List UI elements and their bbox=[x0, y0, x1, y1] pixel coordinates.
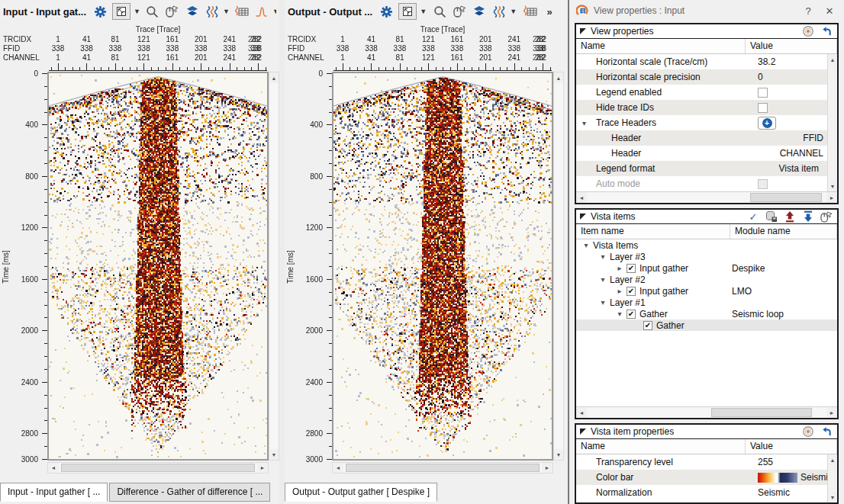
property-value[interactable]: FFID bbox=[755, 133, 837, 143]
tab[interactable]: Input - Input gather [ ... bbox=[0, 483, 108, 502]
check-all-icon[interactable]: ✓ bbox=[746, 210, 760, 223]
undo-icon[interactable] bbox=[820, 25, 833, 37]
wiggle-icon[interactable] bbox=[205, 3, 220, 20]
vista-item-properties-header[interactable]: Vista item properties bbox=[576, 425, 837, 439]
property-value[interactable]: Seismic▼ bbox=[755, 487, 837, 498]
vertical-scrollbar[interactable]: ▲▼ bbox=[827, 54, 837, 191]
property-value[interactable]: Seismic bbox=[755, 472, 837, 483]
target-icon[interactable] bbox=[801, 25, 815, 37]
expanded-arrow-icon[interactable]: ▾ bbox=[582, 241, 590, 249]
undo-icon[interactable] bbox=[820, 425, 833, 438]
property-value[interactable]: 38.2 bbox=[755, 56, 837, 67]
view-properties-hscrollbar[interactable]: ◄ ► bbox=[576, 191, 837, 203]
gear-icon[interactable] bbox=[92, 3, 108, 20]
scroll-down-icon[interactable]: ▼ bbox=[828, 181, 837, 191]
item-checkbox[interactable]: ✔ bbox=[627, 264, 636, 273]
item-checkbox[interactable]: ✔ bbox=[627, 287, 636, 296]
property-row[interactable]: Hide trace IDs bbox=[576, 100, 837, 115]
mouse-icon[interactable] bbox=[452, 3, 467, 20]
horizontal-scrollbar[interactable]: ◄► bbox=[332, 462, 553, 474]
scroll-up-icon[interactable]: ▲ bbox=[269, 72, 279, 83]
tree-row[interactable]: ▸✔Input gatherDespike bbox=[576, 262, 837, 274]
vista-items-hscrollbar[interactable]: ◄ ► bbox=[576, 406, 837, 418]
toolbar-overflow-icon[interactable]: » bbox=[542, 3, 557, 20]
gear-icon[interactable] bbox=[379, 3, 394, 20]
fit-icon[interactable] bbox=[398, 3, 417, 20]
property-row[interactable]: Legend enabled bbox=[576, 85, 837, 100]
expand-arrow-icon[interactable]: ▾ bbox=[582, 119, 586, 127]
property-value[interactable]: 255 bbox=[755, 457, 837, 467]
collapsed-arrow-icon[interactable]: ▸ bbox=[616, 287, 623, 295]
tab[interactable]: Output - Output gather [ Despike ] bbox=[285, 483, 437, 502]
expanded-arrow-icon[interactable]: ▾ bbox=[599, 275, 607, 284]
mouse-icon[interactable] bbox=[165, 3, 180, 20]
tree-row[interactable]: ▸✔Input gatherLMO bbox=[576, 285, 837, 297]
gridwave-icon[interactable] bbox=[522, 3, 537, 20]
vertical-scrollbar[interactable]: ▲▼ bbox=[553, 72, 564, 461]
gridwave-icon[interactable] bbox=[234, 3, 250, 20]
property-value[interactable]: Vista item bbox=[755, 163, 837, 174]
property-row[interactable]: Horizontal scale precision0 bbox=[576, 69, 837, 85]
horizontal-scrollbar[interactable]: ◄► bbox=[47, 462, 269, 474]
scroll-up-icon[interactable]: ▲ bbox=[828, 54, 837, 65]
scroll-left-icon[interactable]: ◄ bbox=[48, 463, 59, 473]
seismic-view-input[interactable] bbox=[47, 72, 269, 461]
close-button[interactable]: ✕ bbox=[821, 5, 838, 17]
wiggle-dropdown-icon[interactable]: ▼ bbox=[223, 8, 230, 15]
expanded-arrow-icon[interactable]: ▾ bbox=[599, 298, 607, 307]
property-row[interactable]: HeaderCHANNEL bbox=[576, 146, 837, 161]
layers-icon[interactable] bbox=[472, 3, 487, 20]
property-row[interactable]: Legend formatVista item bbox=[576, 161, 837, 176]
property-row[interactable]: Transparency level255 bbox=[576, 454, 837, 470]
item-checkbox[interactable]: ✔ bbox=[627, 310, 636, 319]
checkbox[interactable] bbox=[758, 88, 768, 98]
property-value[interactable]: + bbox=[755, 117, 837, 130]
vista-items-header[interactable]: Vista items ✓ bbox=[576, 210, 837, 224]
tab[interactable]: Difference - Gather of difference [ ... bbox=[109, 483, 270, 502]
expanded-arrow-icon[interactable]: ▾ bbox=[616, 310, 623, 318]
property-row[interactable]: Horizontal scale (Trace/cm)38.2 bbox=[576, 54, 837, 69]
vertical-scrollbar[interactable]: ▲▼ bbox=[269, 72, 279, 461]
vertical-scrollbar[interactable]: ▲▼ bbox=[827, 454, 837, 502]
fit-dropdown-icon[interactable]: ▼ bbox=[134, 8, 140, 15]
property-row[interactable]: Auto mode bbox=[576, 176, 837, 191]
property-row[interactable]: NormalizationSeismic▼ bbox=[576, 485, 837, 500]
property-value[interactable]: CHANNEL bbox=[755, 148, 837, 159]
target-icon[interactable] bbox=[801, 425, 815, 438]
scroll-up-icon[interactable]: ▲ bbox=[554, 72, 563, 83]
property-value[interactable] bbox=[755, 103, 837, 113]
scroll-right-icon[interactable]: ► bbox=[257, 463, 268, 473]
collapsed-arrow-icon[interactable]: ▸ bbox=[616, 264, 623, 272]
property-row[interactable]: ▾Trace Headers+ bbox=[576, 115, 837, 130]
tree-row[interactable]: ▾Vista Items bbox=[576, 239, 837, 251]
checkbox[interactable] bbox=[758, 103, 768, 113]
scroll-down-icon[interactable]: ▼ bbox=[269, 449, 279, 460]
tree-row[interactable]: ▾✔GatherSeismic loop bbox=[576, 308, 837, 319]
wiggle-dropdown-icon[interactable]: ▼ bbox=[510, 8, 517, 15]
tree-row[interactable]: ▾Layer #2 bbox=[576, 274, 837, 285]
scroll-right-icon[interactable]: ► bbox=[826, 407, 837, 418]
hist-icon[interactable] bbox=[254, 3, 269, 20]
property-value[interactable]: 0 bbox=[755, 72, 837, 82]
tree-row[interactable]: ✔Gather bbox=[576, 319, 837, 331]
scroll-left-icon[interactable]: ◄ bbox=[333, 463, 343, 473]
save-to-database-icon[interactable] bbox=[765, 210, 778, 223]
item-checkbox[interactable]: ✔ bbox=[643, 321, 652, 330]
add-header-button[interactable]: + bbox=[758, 117, 776, 130]
seismic-view-output[interactable] bbox=[332, 72, 553, 461]
scroll-left-icon[interactable]: ◄ bbox=[576, 192, 587, 203]
view-properties-header[interactable]: View properties bbox=[576, 24, 837, 39]
property-row[interactable]: Color barSeismic bbox=[576, 470, 837, 485]
property-row[interactable]: HeaderFFID bbox=[576, 130, 837, 146]
move-up-icon[interactable] bbox=[783, 210, 797, 223]
mouse-tool-icon[interactable] bbox=[820, 210, 833, 223]
wiggle-icon[interactable] bbox=[491, 3, 507, 20]
scroll-down-icon[interactable]: ▼ bbox=[828, 492, 837, 502]
help-button[interactable]: ? bbox=[800, 5, 817, 17]
scroll-right-icon[interactable]: ► bbox=[826, 192, 837, 203]
property-value[interactable] bbox=[755, 88, 837, 98]
fit-dropdown-icon[interactable]: ▼ bbox=[420, 8, 427, 15]
scroll-up-icon[interactable]: ▲ bbox=[828, 454, 837, 465]
scroll-right-icon[interactable]: ► bbox=[542, 463, 552, 473]
scroll-left-icon[interactable]: ◄ bbox=[576, 407, 587, 418]
